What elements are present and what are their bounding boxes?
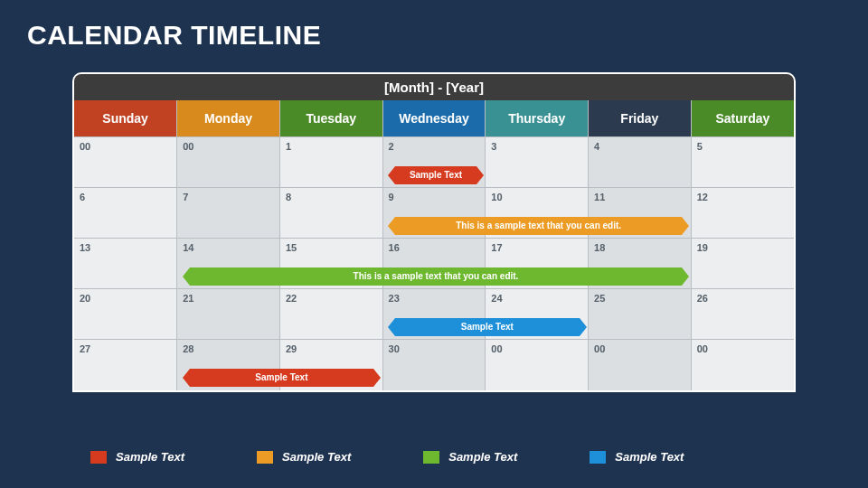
calendar-cell: 21 [177,289,280,340]
day-number: 23 [389,293,400,304]
timeline-bar: This is a sample text that you can edit. [395,217,682,235]
legend-item: Sample Text [423,450,517,464]
day-number: 27 [80,343,90,354]
day-number: 8 [286,192,291,202]
day-number: 5 [697,141,703,152]
day-number: 00 [491,343,502,354]
day-number: 24 [491,293,502,304]
day-number: 26 [697,293,708,304]
day-number: 6 [80,192,85,202]
weekday-tuesday: Tuesday [279,100,382,137]
day-number: 00 [594,343,605,354]
calendar-cell: 5 [691,137,794,188]
day-number: 14 [183,242,193,253]
legend-swatch [423,451,439,464]
legend-label: Sample Text [282,450,351,464]
calendar-cell: 22 [279,289,382,340]
timeline-bar: Sample Text [395,318,579,336]
timeline-bar: Sample Text [395,166,476,184]
day-number: 3 [491,141,496,152]
weekday-saturday: Saturday [691,100,794,137]
calendar-cell: 00 [691,340,794,390]
day-number: 00 [697,343,708,354]
day-number: 15 [286,242,297,253]
calendar-cell: 30 [382,340,486,390]
legend-label: Sample Text [448,450,517,464]
page-title: CALENDAR TIMELINE [27,20,321,51]
calendar-cell: 13 [74,239,177,289]
timeline-bar: This is a sample text that you can edit. [190,267,683,286]
calendar-cell: 27 [74,340,177,390]
calendar-cell: 1 [279,137,382,188]
legend-label: Sample Text [116,450,184,464]
calendar-cell: 7 [177,188,280,239]
weekday-thursday: Thursday [486,100,589,137]
day-number: 30 [389,343,400,354]
weekday-sunday: Sunday [74,100,177,137]
calendar-cell: 4 [589,137,692,188]
day-number: 00 [80,141,90,152]
calendar-cell: 00 [74,137,177,188]
day-number: 29 [286,343,297,354]
calendar-cell: 8 [279,188,382,239]
weekday-row: Sunday Monday Tuesday Wednesday Thursday… [74,100,794,137]
weekday-monday: Monday [177,100,280,137]
calendar-cell: 00 [589,340,692,390]
calendar-cell: 20 [74,289,177,340]
day-number: 4 [594,141,599,152]
day-number: 22 [286,293,297,304]
day-number: 28 [183,343,193,354]
calendar-month-header: [Month] - [Year] [74,74,794,100]
day-number: 18 [594,242,605,253]
day-number: 7 [183,192,188,202]
day-number: 20 [80,293,90,304]
legend-swatch [590,451,606,464]
day-number: 2 [389,141,394,152]
calendar-table: Sunday Monday Tuesday Wednesday Thursday… [74,100,794,390]
legend-swatch [90,451,107,464]
day-number: 12 [697,192,708,202]
day-number: 25 [594,293,605,304]
day-number: 21 [183,293,193,304]
legend-item: Sample Text [257,450,351,464]
calendar-cell: 12 [691,188,794,239]
day-number: 13 [80,242,90,253]
legend: Sample TextSample TextSample TextSample … [90,450,684,464]
legend-item: Sample Text [90,450,184,464]
legend-label: Sample Text [615,450,684,464]
legend-item: Sample Text [590,450,684,464]
day-number: 11 [594,192,605,202]
calendar-cell: 00 [486,340,589,390]
day-number: 9 [389,192,394,202]
calendar-cell: 3 [486,137,589,188]
timeline-bar: Sample Text [190,369,373,387]
day-number: 19 [697,242,708,253]
calendar-cell: 19 [691,239,794,289]
weekday-friday: Friday [589,100,692,137]
legend-swatch [257,451,273,464]
calendar-cell: 25 [589,289,692,340]
calendar-cell: 6 [74,188,177,239]
day-number: 10 [491,192,502,202]
weekday-wednesday: Wednesday [382,100,486,137]
calendar-cell: 26 [691,289,794,340]
day-number: 16 [389,242,400,253]
calendar-container: [Month] - [Year] Sunday Monday Tuesday W… [72,72,796,392]
day-number: 17 [491,242,502,253]
slide: CALENDAR TIMELINE [Month] - [Year] Sunda… [0,0,868,488]
day-number: 00 [183,141,193,152]
calendar-cell: 00 [177,137,280,188]
day-number: 1 [286,141,291,152]
